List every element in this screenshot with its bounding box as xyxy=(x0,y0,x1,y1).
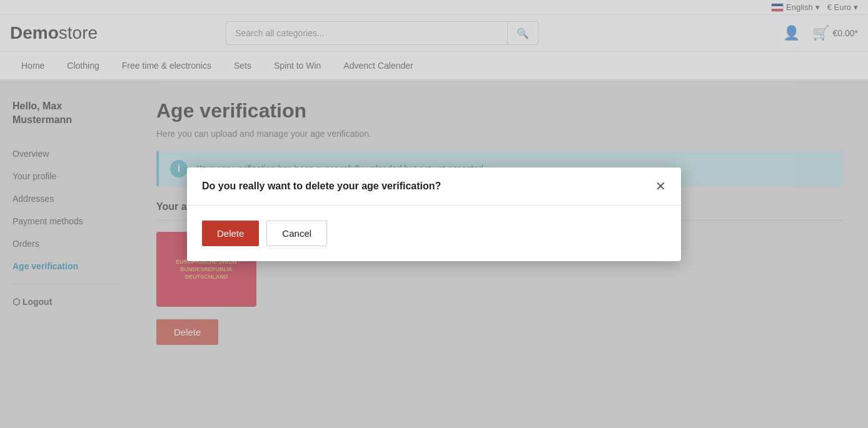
confirm-dialog: Do you really want to delete your age ve… xyxy=(187,167,681,261)
dialog-cancel-button[interactable]: Cancel xyxy=(266,221,327,246)
dialog-close-button[interactable]: ✕ xyxy=(655,180,666,192)
dialog-header: Do you really want to delete your age ve… xyxy=(187,167,681,206)
dialog-delete-button[interactable]: Delete xyxy=(202,221,259,246)
dialog-title: Do you really want to delete your age ve… xyxy=(202,181,441,192)
dialog-body: Delete Cancel xyxy=(187,206,681,261)
modal-overlay: Do you really want to delete your age ve… xyxy=(0,0,868,428)
